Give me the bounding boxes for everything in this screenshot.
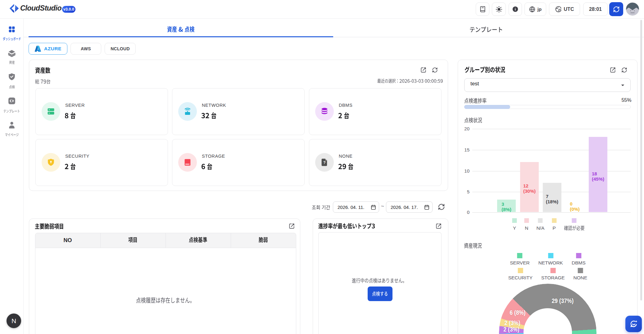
svg-text:?: ?: [323, 160, 325, 165]
